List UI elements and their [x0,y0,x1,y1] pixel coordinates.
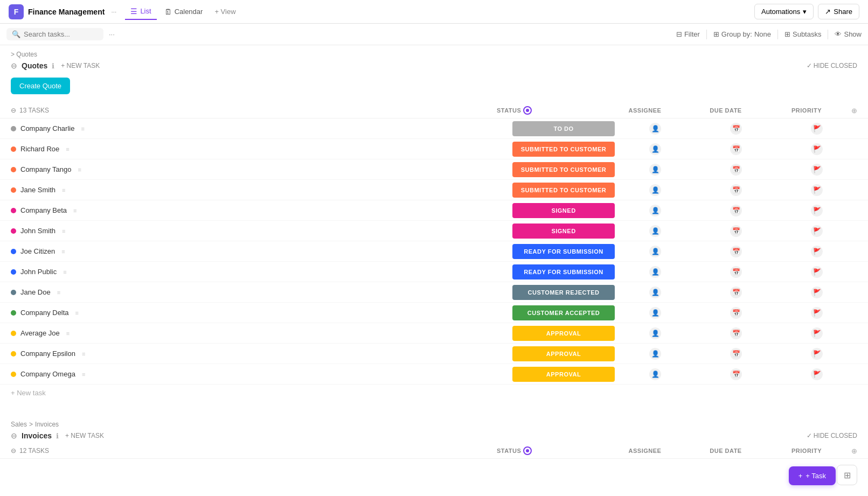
status-badge-7[interactable]: READY FOR SUBMISSION [512,264,615,280]
task-menu-icon-3[interactable]: ≡ [62,187,65,193]
duedate-icon-5[interactable]: 📅 [730,225,742,237]
duedate-icon-4[interactable]: 📅 [730,205,742,216]
task-name-12[interactable]: Company Omega [20,370,75,378]
task-name-5[interactable]: John Smith [20,227,55,235]
status-badge-1[interactable]: SUBMITTED TO CUSTOMER [512,142,615,157]
invoices-status-circle[interactable] [523,446,532,455]
tab-calendar[interactable]: 🗓 Calendar [159,4,209,19]
task-menu-icon-7[interactable]: ≡ [63,269,66,275]
duedate-icon-1[interactable]: 📅 [730,143,742,155]
filter-button[interactable]: ⊟ Filter [676,30,700,38]
assignee-icon-0[interactable]: 👤 [649,123,661,135]
new-task-row[interactable]: + New task [0,385,868,404]
assignee-icon-3[interactable]: 👤 [649,184,661,196]
priority-icon-1[interactable]: 🚩 [811,143,823,155]
status-badge-10[interactable]: APPROVAL [512,326,615,341]
duedate-icon-2[interactable]: 📅 [730,164,742,176]
assignee-icon-10[interactable]: 👤 [649,327,661,339]
status-badge-3[interactable]: SUBMITTED TO CUSTOMER [512,183,615,198]
task-menu-icon-9[interactable]: ≡ [75,310,79,316]
priority-icon-12[interactable]: 🚩 [811,368,823,380]
task-name-0[interactable]: Company Charlie [20,124,74,132]
status-circle[interactable] [523,106,532,115]
task-menu-icon-1[interactable]: ≡ [66,146,69,152]
priority-icon-9[interactable]: 🚩 [811,307,823,319]
status-badge-12[interactable]: APPROVAL [512,367,615,382]
status-badge-5[interactable]: SIGNED [512,223,615,239]
task-menu-icon-10[interactable]: ≡ [66,330,70,337]
task-menu-icon-11[interactable]: ≡ [82,351,85,357]
task-name-1[interactable]: Richard Roe [20,145,59,153]
assignee-icon-2[interactable]: 👤 [649,164,661,176]
status-badge-9[interactable]: CUSTOMER ACCEPTED [512,305,615,320]
priority-icon-11[interactable]: 🚩 [811,348,823,360]
task-name-10[interactable]: Average Joe [20,329,60,337]
add-column-button[interactable]: ⊕ [851,107,857,115]
assignee-icon-1[interactable]: 👤 [649,143,661,155]
task-name-6[interactable]: Joe Citizen [20,247,55,255]
task-name-3[interactable]: Jane Smith [20,186,55,194]
tasks-toggle-icon[interactable]: ⊖ [11,107,16,114]
invoices-info-icon[interactable]: ℹ [56,432,59,440]
duedate-icon-7[interactable]: 📅 [730,266,742,278]
group-by-button[interactable]: ⊞ Group by: None [713,30,771,38]
task-name-9[interactable]: Company Delta [20,309,69,317]
task-menu-icon-6[interactable]: ≡ [61,248,65,255]
duedate-icon-6[interactable]: 📅 [730,246,742,257]
priority-icon-5[interactable]: 🚩 [811,225,823,237]
invoices-toggle-icon[interactable]: ⊖ [11,447,16,455]
status-badge-11[interactable]: APPROVAL [512,346,615,361]
assignee-icon-4[interactable]: 👤 [649,205,661,216]
duedate-icon-3[interactable]: 📅 [730,184,742,196]
task-name-11[interactable]: Company Epsilon [20,350,75,358]
task-name-4[interactable]: Company Beta [20,206,67,214]
task-menu-icon-8[interactable]: ≡ [57,289,60,296]
assignee-icon-6[interactable]: 👤 [649,246,661,257]
task-name-7[interactable]: John Public [20,268,57,276]
status-badge-8[interactable]: CUSTOMER REJECTED [512,285,615,300]
assignee-icon-5[interactable]: 👤 [649,225,661,237]
breadcrumb-invoices[interactable]: Invoices [35,421,59,428]
assignee-icon-7[interactable]: 👤 [649,266,661,278]
priority-icon-2[interactable]: 🚩 [811,164,823,176]
subtasks-button[interactable]: ⊞ Subtasks [784,30,821,38]
duedate-icon-12[interactable]: 📅 [730,368,742,380]
task-name-8[interactable]: Jane Doe [20,288,51,296]
priority-icon-10[interactable]: 🚩 [811,327,823,339]
invoices-new-task-button[interactable]: + NEW TASK [65,432,104,439]
assignee-icon-8[interactable]: 👤 [649,287,661,298]
priority-icon-4[interactable]: 🚩 [811,205,823,216]
breadcrumb-sales[interactable]: Sales [11,421,27,428]
priority-icon-0[interactable]: 🚩 [811,123,823,135]
quotes-new-task-button[interactable]: + NEW TASK [61,62,100,69]
duedate-icon-0[interactable]: 📅 [730,123,742,135]
toolbar-more-icon[interactable]: ··· [109,30,115,38]
status-badge-2[interactable]: SUBMITTED TO CUSTOMER [512,162,615,177]
duedate-icon-10[interactable]: 📅 [730,327,742,339]
task-menu-icon-2[interactable]: ≡ [78,166,81,173]
status-badge-0[interactable]: TO DO [512,121,615,136]
invoices-add-column-button[interactable]: ⊕ [851,447,857,455]
task-name-2[interactable]: Company Tango [20,165,71,173]
breadcrumb-quotes[interactable]: > Quotes [11,51,37,58]
priority-icon-6[interactable]: 🚩 [811,246,823,257]
quotes-toggle[interactable]: ⊖ [11,61,17,70]
priority-icon-3[interactable]: 🚩 [811,184,823,196]
create-quote-button[interactable]: Create Quote [11,78,70,94]
duedate-icon-9[interactable]: 📅 [730,307,742,319]
task-menu-icon-4[interactable]: ≡ [73,207,77,214]
automations-button[interactable]: Automations ▾ [754,4,814,19]
share-button[interactable]: ↗ Share [818,4,859,19]
add-task-button[interactable]: + + Task [789,466,836,485]
quotes-info-icon[interactable]: ℹ [52,62,54,70]
assignee-icon-9[interactable]: 👤 [649,307,661,319]
search-box[interactable]: 🔍 [6,28,103,40]
invoices-toggle[interactable]: ⊖ [11,431,17,440]
status-badge-4[interactable]: SIGNED [512,203,615,218]
tab-list[interactable]: ☰ List [125,4,156,20]
task-menu-icon-12[interactable]: ≡ [82,371,85,378]
assignee-icon-11[interactable]: 👤 [649,348,661,360]
grid-view-button[interactable]: ⊞ [837,465,857,485]
quotes-hide-closed-button[interactable]: ✓ HIDE CLOSED [807,62,857,69]
priority-icon-7[interactable]: 🚩 [811,266,823,278]
